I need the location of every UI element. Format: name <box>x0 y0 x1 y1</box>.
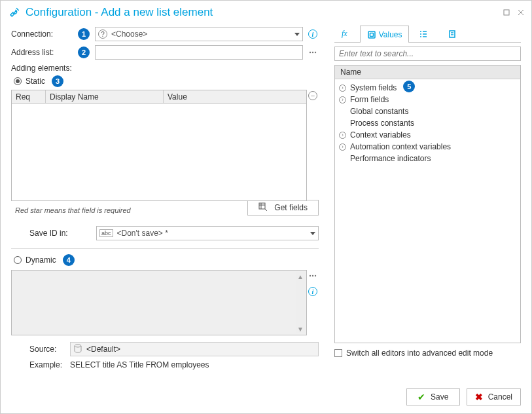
advanced-mode-checkbox[interactable] <box>334 349 342 357</box>
adding-label: Adding elements: <box>11 64 319 73</box>
chevron-down-icon <box>310 232 315 235</box>
remove-row-button[interactable]: − <box>308 91 317 100</box>
close-icon[interactable] <box>517 9 525 16</box>
save-in-label: Save ID in: <box>11 229 96 238</box>
svg-rect-0 <box>504 10 509 15</box>
tree-label: Form fields <box>350 95 389 104</box>
source-combo: <Default> <box>70 342 319 356</box>
ellipsis-icon[interactable] <box>307 48 319 57</box>
tree-item[interactable]: Performance indicators <box>339 153 516 164</box>
titlebar: Configuration - Add a new list element <box>1 1 531 23</box>
svg-rect-21 <box>450 31 455 37</box>
badge-5: 5 <box>403 81 415 92</box>
tab-fx[interactable]: fx <box>334 25 357 42</box>
tree-item[interactable]: Process constants <box>339 117 516 129</box>
tree-label: Context variables <box>350 130 411 140</box>
maximize-icon[interactable] <box>503 9 510 16</box>
dynamic-label: Dynamic <box>26 255 56 265</box>
info-icon[interactable]: i <box>307 29 319 39</box>
badge-1: 1 <box>78 28 90 40</box>
svg-rect-13 <box>368 31 375 38</box>
window-title: Configuration - Add a new list element <box>26 6 496 19</box>
svg-rect-6 <box>259 203 265 209</box>
tree-label: Performance indicators <box>350 154 431 163</box>
info-icon[interactable]: i <box>307 287 319 296</box>
database-icon <box>73 344 82 355</box>
scroll-up-icon[interactable]: ▲ <box>296 272 305 281</box>
ellipsis-icon[interactable] <box>307 271 319 280</box>
save-in-combo[interactable]: abc <Don't save> * <box>96 226 319 240</box>
tree-item[interactable]: › Automation context variables <box>339 141 516 153</box>
fx-icon: fx <box>342 29 347 39</box>
address-input[interactable] <box>95 45 303 60</box>
svg-rect-14 <box>370 33 373 36</box>
connection-combo[interactable]: ? <Choose> <box>95 27 303 41</box>
tree-label: Process constants <box>350 119 414 128</box>
left-pane: Connection: 1 ? <Choose> i Address list:… <box>11 23 319 373</box>
scrollbar[interactable]: ▲ ▼ <box>296 272 305 333</box>
col-display: Display Name <box>46 90 164 103</box>
tree: › System fields 5 › Form fields Global c… <box>335 79 520 167</box>
check-icon: ✔ <box>417 392 425 402</box>
expand-icon[interactable]: › <box>339 96 346 104</box>
dynamic-editor[interactable]: ▲ ▼ <box>11 270 307 335</box>
save-in-value: <Don't save> * <box>117 229 310 238</box>
svg-point-10 <box>312 275 313 276</box>
expand-icon[interactable]: › <box>339 85 346 92</box>
get-fields-button[interactable]: Get fields <box>247 200 319 216</box>
tab-list[interactable] <box>412 25 438 42</box>
svg-point-11 <box>315 275 316 276</box>
svg-point-5 <box>315 52 316 53</box>
cancel-button[interactable]: ✖ Cancel <box>467 388 521 405</box>
badge-3: 3 <box>52 75 63 87</box>
save-button[interactable]: ✔ Save <box>406 388 460 405</box>
expand-icon[interactable]: › <box>339 143 346 151</box>
tree-item[interactable]: › System fields 5 <box>339 82 516 94</box>
tree-item[interactable]: › Context variables <box>339 129 516 141</box>
search-box[interactable] <box>334 47 521 61</box>
values-icon <box>367 30 376 39</box>
chevron-down-icon <box>294 33 300 36</box>
tab-form[interactable] <box>440 25 467 42</box>
search-input[interactable] <box>339 49 516 58</box>
col-value: Value <box>164 90 306 103</box>
svg-point-9 <box>310 275 311 276</box>
get-fields-label: Get fields <box>274 203 308 212</box>
divider <box>11 248 319 249</box>
bottom-bar: ✔ Save ✖ Cancel <box>406 388 521 405</box>
grid-header: Req Display Name Value <box>11 90 307 103</box>
cancel-label: Cancel <box>488 392 512 402</box>
abc-icon: abc <box>99 229 113 237</box>
expand-icon[interactable]: › <box>339 132 346 139</box>
scroll-down-icon[interactable]: ▼ <box>296 324 305 333</box>
tree-header: Name <box>335 66 520 79</box>
form-icon <box>448 29 457 39</box>
tab-values[interactable]: Values <box>360 26 410 43</box>
tree-item[interactable]: › Form fields <box>339 94 516 105</box>
tree-label: Global constants <box>350 107 408 116</box>
badge-4: 4 <box>63 254 75 266</box>
wrench-icon <box>9 7 20 18</box>
tree-label: Automation context variables <box>350 142 451 151</box>
advanced-mode-label: Switch all editors into advanced edit mo… <box>346 348 493 358</box>
table-icon <box>258 202 268 214</box>
tree-item[interactable]: Global constants <box>339 105 516 117</box>
list-icon <box>419 29 428 39</box>
col-req: Req <box>12 90 46 103</box>
address-label: Address list: <box>11 48 78 57</box>
grid-body[interactable] <box>11 103 307 201</box>
example-label: Example: <box>11 360 70 369</box>
radio-dynamic[interactable] <box>14 256 22 264</box>
right-pane: fx Values Name <box>334 23 521 373</box>
source-label: Source: <box>11 345 70 354</box>
radio-static[interactable] <box>14 77 22 85</box>
example-code: SELECT title AS Title FROM employees <box>70 360 209 369</box>
source-value: <Default> <box>86 345 120 354</box>
save-label: Save <box>431 392 448 402</box>
svg-point-3 <box>310 52 311 53</box>
badge-2: 2 <box>78 47 90 58</box>
tree-label: System fields <box>350 83 397 92</box>
help-icon: ? <box>98 29 107 39</box>
svg-point-4 <box>312 52 313 53</box>
x-icon: ✖ <box>475 392 483 402</box>
